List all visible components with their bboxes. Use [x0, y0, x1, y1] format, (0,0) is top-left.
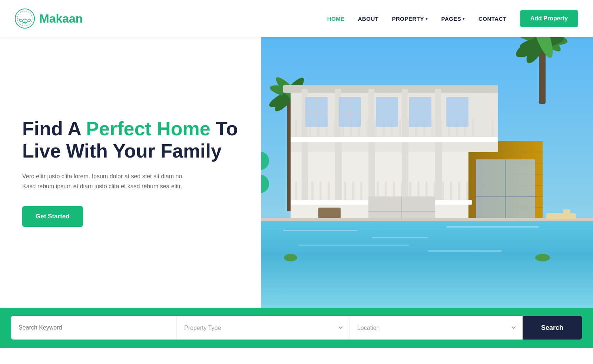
svg-rect-63 — [472, 119, 474, 137]
svg-rect-54 — [399, 119, 401, 137]
svg-rect-66 — [303, 182, 305, 200]
nav-pages[interactable]: PAGES ▾ — [441, 16, 465, 22]
svg-rect-64 — [491, 119, 494, 137]
svg-rect-89 — [376, 97, 398, 127]
header: Makaan HOME ABOUT PROPERTY ▾ PAGES ▾ CON… — [0, 0, 593, 37]
svg-point-124 — [284, 254, 297, 261]
logo-icon — [15, 9, 35, 29]
get-started-button[interactable]: Get Started — [22, 206, 83, 227]
svg-rect-118 — [372, 237, 428, 238]
svg-rect-119 — [446, 226, 539, 228]
svg-rect-121 — [428, 250, 502, 252]
svg-rect-42 — [301, 119, 303, 137]
svg-rect-58 — [431, 119, 434, 137]
svg-rect-37 — [402, 89, 408, 141]
search-keyword-input[interactable] — [11, 316, 176, 340]
svg-rect-85 — [458, 182, 460, 200]
svg-rect-91 — [446, 97, 468, 127]
svg-rect-73 — [360, 182, 362, 200]
svg-rect-33 — [435, 141, 442, 204]
hero-section: Find A Perfect Home ToLive With Your Fam… — [0, 37, 593, 308]
house-scene-svg — [261, 37, 593, 308]
svg-rect-67 — [311, 182, 314, 200]
svg-rect-55 — [407, 119, 409, 137]
property-chevron-icon: ▾ — [425, 16, 428, 21]
carousel-arrows: ‹ › — [261, 152, 269, 193]
svg-point-1 — [17, 11, 32, 26]
svg-rect-117 — [283, 230, 357, 231]
svg-rect-90 — [409, 97, 431, 127]
nav-home[interactable]: HOME — [327, 16, 345, 22]
svg-rect-36 — [368, 89, 374, 141]
add-property-button[interactable]: Add Property — [520, 10, 578, 27]
svg-rect-59 — [440, 119, 442, 137]
nav-contact[interactable]: CONTACT — [478, 16, 507, 22]
pages-chevron-icon: ▾ — [463, 16, 465, 21]
main-nav: HOME ABOUT PROPERTY ▾ PAGES ▾ CONTACT Ad… — [327, 10, 578, 27]
svg-rect-72 — [352, 182, 354, 200]
svg-rect-122 — [546, 213, 576, 219]
svg-rect-28 — [283, 85, 498, 93]
svg-rect-120 — [298, 245, 409, 246]
svg-rect-39 — [291, 137, 498, 142]
svg-rect-65 — [295, 182, 297, 200]
nav-property[interactable]: PROPERTY ▾ — [392, 16, 428, 22]
hero-description: Vero elitr justo clita lorem. Ipsum dolo… — [22, 171, 193, 191]
svg-point-125 — [535, 254, 550, 261]
svg-rect-83 — [442, 182, 444, 200]
hero-title: Find A Perfect Home ToLive With Your Fam… — [22, 118, 239, 162]
svg-rect-71 — [344, 182, 346, 200]
svg-rect-46 — [334, 119, 336, 137]
svg-rect-116 — [261, 218, 593, 221]
logo-area[interactable]: Makaan — [15, 9, 83, 29]
hero-image-area: ‹ › — [261, 37, 593, 308]
hero-left: Find A Perfect Home ToLive With Your Fam… — [0, 37, 261, 308]
svg-rect-50 — [366, 119, 368, 137]
svg-rect-123 — [563, 209, 570, 219]
property-type-select[interactable]: Property Type House Apartment Villa Comm… — [176, 316, 349, 340]
carousel-next-button[interactable]: › — [261, 175, 269, 193]
location-select[interactable]: Location New York Los Angeles Chicago Ho… — [349, 316, 523, 340]
svg-rect-115 — [261, 219, 593, 308]
carousel-prev-button[interactable]: ‹ — [261, 152, 269, 170]
svg-point-0 — [15, 9, 34, 28]
svg-rect-70 — [336, 182, 338, 200]
brand-name: Makaan — [39, 12, 83, 26]
svg-rect-84 — [450, 182, 452, 200]
svg-rect-86 — [466, 182, 468, 200]
svg-rect-69 — [328, 182, 330, 200]
search-button[interactable]: Search — [523, 316, 582, 340]
search-bar: Property Type House Apartment Villa Comm… — [0, 308, 593, 348]
svg-rect-68 — [319, 182, 322, 200]
nav-about[interactable]: ABOUT — [358, 16, 379, 22]
svg-rect-41 — [295, 119, 297, 137]
